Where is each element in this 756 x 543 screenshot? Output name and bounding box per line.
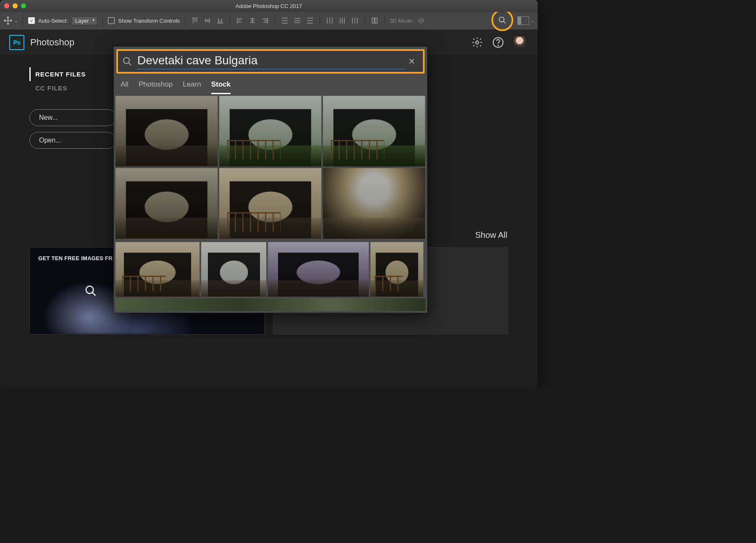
svg-point-9	[123, 58, 129, 63]
stock-result[interactable]	[219, 168, 321, 239]
options-bar: ⌄ ✓ Auto-Select: Layer Show Transform Co…	[0, 12, 538, 30]
window-zoom-button[interactable]	[21, 3, 26, 8]
move-tool-icon	[3, 16, 13, 25]
distribute-vcenter-icon[interactable]	[293, 16, 302, 25]
stock-result[interactable]	[323, 168, 425, 239]
search-icon	[84, 285, 97, 297]
tab-stock[interactable]: Stock	[211, 80, 231, 94]
stock-result-selected[interactable]	[323, 96, 425, 166]
auto-align-icon[interactable]	[370, 16, 379, 25]
stock-result[interactable]	[268, 242, 369, 297]
search-input[interactable]	[136, 53, 405, 69]
search-bar: ✕	[116, 49, 425, 74]
distribute-top-icon[interactable]	[280, 16, 289, 25]
svg-point-2	[419, 18, 424, 23]
move-tool-indicator[interactable]: ⌄	[3, 16, 18, 25]
tab-learn[interactable]: Learn	[183, 80, 201, 94]
window-title: Adobe Photoshop CC 2017	[0, 3, 538, 9]
side-nav: RECENT FILES CC FILES New... Open...	[29, 67, 113, 149]
gear-icon[interactable]	[471, 37, 483, 48]
user-avatar[interactable]	[513, 36, 526, 49]
tab-all[interactable]: All	[121, 80, 129, 94]
show-transform-label: Show Transform Controls	[118, 18, 180, 24]
svg-point-4	[499, 17, 504, 22]
search-panel: ✕ All Photoshop Learn Stock	[113, 46, 428, 313]
stock-result[interactable]	[370, 242, 423, 297]
nav-recent-files[interactable]: RECENT FILES	[29, 67, 113, 81]
svg-point-8	[86, 286, 94, 294]
align-left-icon[interactable]	[235, 16, 244, 25]
align-vcenter-icon[interactable]	[203, 16, 212, 25]
show-transform-checkbox[interactable]	[108, 17, 115, 24]
align-hcenter-icon[interactable]	[248, 16, 257, 25]
window-minimize-button[interactable]	[13, 3, 18, 8]
3d-mode-label: 3D Mode:	[390, 18, 413, 24]
new-button[interactable]: New...	[29, 109, 116, 126]
panel-layout-icon	[517, 16, 529, 25]
tab-photoshop[interactable]: Photoshop	[139, 80, 173, 94]
stock-result[interactable]	[201, 242, 266, 297]
results-grid-3	[114, 298, 427, 313]
distribute-hcenter-icon[interactable]	[338, 16, 347, 25]
tool-dropdown-caret-icon: ⌄	[14, 18, 18, 23]
distribute-right-icon[interactable]	[350, 16, 360, 25]
panel-layout-toggle[interactable]: ⌄	[517, 16, 534, 25]
distribute-bottom-icon[interactable]	[305, 16, 315, 25]
app-name: Photoshop	[30, 37, 74, 48]
stock-result[interactable]	[219, 96, 321, 166]
title-bar: Adobe Photoshop CC 2017	[0, 0, 538, 12]
auto-select-dropdown[interactable]: Layer	[71, 16, 98, 25]
align-bottom-icon[interactable]	[215, 16, 225, 25]
stock-result[interactable]	[116, 242, 200, 297]
search-icon	[498, 16, 507, 24]
help-icon[interactable]	[492, 37, 504, 48]
search-tabs: All Photoshop Learn Stock	[114, 76, 427, 94]
app-window: Adobe Photoshop CC 2017 ⌄ ✓ Auto-Select:…	[0, 0, 538, 388]
results-grid-2	[114, 240, 427, 298]
photoshop-logo: Ps	[9, 35, 24, 50]
svg-point-3	[419, 20, 424, 21]
align-right-icon[interactable]	[260, 16, 270, 25]
3d-orbit-icon[interactable]	[417, 16, 426, 25]
stock-result[interactable]	[116, 96, 218, 166]
svg-rect-1	[375, 18, 377, 23]
open-button[interactable]: Open...	[29, 132, 116, 149]
search-icon	[122, 56, 132, 66]
distribute-left-icon[interactable]	[325, 16, 334, 25]
results-grid	[114, 94, 427, 240]
search-button[interactable]	[491, 9, 513, 31]
align-top-icon[interactable]	[190, 16, 200, 25]
svg-rect-0	[372, 18, 374, 23]
clear-search-button[interactable]: ✕	[405, 55, 419, 68]
svg-point-7	[498, 45, 499, 46]
svg-point-5	[476, 41, 479, 44]
panel-layout-caret-icon: ⌄	[531, 18, 534, 23]
auto-select-label: Auto-Select:	[38, 18, 68, 24]
stock-result-partial[interactable]	[116, 298, 425, 311]
nav-cc-files[interactable]: CC FILES	[29, 81, 113, 95]
show-all-link[interactable]: Show All	[475, 230, 507, 240]
stock-result[interactable]	[116, 168, 218, 239]
auto-select-checkbox[interactable]: ✓	[28, 17, 35, 24]
window-close-button[interactable]	[4, 3, 9, 8]
